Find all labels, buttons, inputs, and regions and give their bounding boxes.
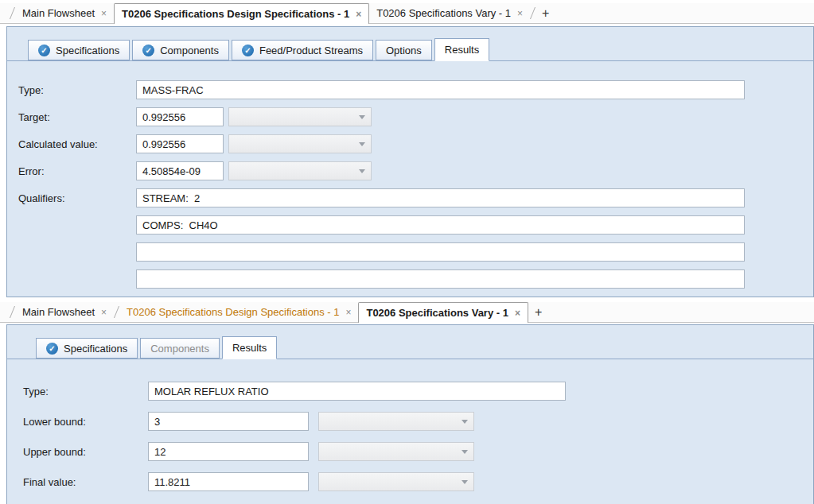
tab-label: Results — [445, 44, 479, 56]
tab-label: Components — [150, 343, 209, 355]
dropdown-arrow-icon — [462, 450, 468, 454]
dropdown-arrow-icon — [359, 115, 365, 119]
lower-bound-label: Lower bound: — [17, 416, 148, 428]
close-tab-icon[interactable]: × — [517, 9, 523, 18]
qualifiers-label: Qualifiers: — [12, 192, 136, 204]
final-value-input[interactable] — [148, 472, 309, 491]
tab-specifications[interactable]: ✓ Specifications — [28, 40, 130, 60]
tab-components[interactable]: Components — [140, 338, 220, 359]
document-tabbar-top: Main Flowsheet × T0206 Specifications De… — [0, 3, 814, 24]
type-input[interactable] — [148, 382, 566, 401]
target-input[interactable] — [136, 107, 224, 126]
target-label: Target: — [12, 111, 136, 123]
form-row: Qualifiers: — [12, 188, 813, 207]
tab-label: Components — [160, 45, 219, 56]
tab-separator — [10, 7, 15, 19]
document-tabbar-bottom: Main Flowsheet × T0206 Specifications De… — [0, 302, 814, 323]
form-row: Type: — [17, 382, 813, 401]
form-row: Final value: — [17, 472, 813, 491]
form-tabbar-top: ✓ Specifications ✓ Components ✓ Feed/Pro… — [7, 38, 813, 61]
doc-tab-vary[interactable]: T0206 Specifications Vary - 1 × — [369, 3, 530, 23]
qualifier-input-1[interactable] — [136, 188, 745, 207]
design-spec-pane: Main Flowsheet × T0206 Specifications De… — [0, 3, 814, 297]
doc-tab-label: T0206 Specifications Design Specificatio… — [127, 306, 339, 318]
dropdown-arrow-icon — [359, 169, 365, 173]
close-tab-icon[interactable]: × — [345, 308, 351, 317]
type-input[interactable] — [136, 80, 745, 99]
tab-components[interactable]: ✓ Components — [132, 40, 229, 60]
error-input[interactable] — [136, 161, 224, 180]
doc-tab-label: Main Flowsheet — [22, 306, 95, 318]
plus-icon: + — [542, 6, 549, 21]
form-row — [12, 269, 813, 289]
form-tabbar-bottom: ✓ Specifications Components Results — [7, 336, 813, 359]
form-row: Lower bound: — [17, 412, 813, 431]
new-tab-button[interactable]: + — [528, 302, 548, 322]
close-tab-icon[interactable]: × — [101, 9, 107, 18]
tab-results[interactable]: Results — [434, 38, 489, 61]
form-row — [12, 242, 813, 262]
close-tab-icon[interactable]: × — [356, 10, 361, 19]
tab-separator — [10, 306, 15, 318]
doc-tab-design-specifications[interactable]: T0206 Specifications Design Specificatio… — [119, 302, 358, 322]
calculated-value-label: Calculated value: — [12, 138, 136, 150]
doc-tab-label: T0206 Specifications Vary - 1 — [376, 7, 511, 19]
results-form-top: Type: Target: Calculated value: Error: — [7, 61, 813, 289]
plus-icon: + — [535, 305, 542, 320]
upper-bound-input[interactable] — [148, 442, 309, 461]
qualifier-input-4[interactable] — [136, 269, 745, 289]
tab-label: Options — [386, 45, 422, 56]
check-icon: ✓ — [142, 45, 154, 56]
form-row: Type: — [12, 80, 813, 99]
doc-tab-label: T0206 Specifications Vary - 1 — [366, 307, 508, 319]
form-row: Calculated value: — [12, 134, 813, 153]
target-units-dropdown — [228, 107, 372, 126]
new-tab-button[interactable]: + — [536, 3, 555, 23]
error-units-dropdown — [228, 161, 372, 180]
close-tab-icon[interactable]: × — [515, 308, 520, 318]
tab-feed-product-streams[interactable]: ✓ Feed/Product Streams — [232, 40, 373, 60]
type-label: Type: — [12, 84, 136, 96]
type-label: Type: — [17, 386, 148, 397]
tab-label: Results — [232, 342, 267, 354]
doc-tab-main-flowsheet[interactable]: Main Flowsheet × — [15, 302, 114, 322]
form-row — [12, 215, 813, 235]
tab-specifications[interactable]: ✓ Specifications — [36, 338, 138, 359]
results-form-bottom: Type: Lower bound: Upper bound: Final va… — [7, 359, 813, 491]
doc-tab-label: T0206 Specifications Design Specificatio… — [122, 8, 349, 20]
tab-separator — [530, 7, 536, 19]
lower-bound-input[interactable] — [148, 412, 309, 431]
tab-separator — [114, 306, 119, 318]
form-row: Error: — [12, 161, 813, 180]
close-tab-icon[interactable]: × — [101, 308, 107, 317]
design-spec-panel: ✓ Specifications ✓ Components ✓ Feed/Pro… — [6, 26, 814, 297]
final-value-units-dropdown — [318, 472, 474, 491]
tab-label: Feed/Product Streams — [259, 45, 363, 56]
tab-options[interactable]: Options — [376, 40, 432, 60]
vary-pane: Main Flowsheet × T0206 Specifications De… — [0, 302, 814, 504]
error-label: Error: — [12, 165, 136, 177]
calculated-value-units-dropdown — [228, 134, 372, 153]
calculated-value-input[interactable] — [136, 134, 224, 153]
final-value-label: Final value: — [17, 476, 148, 488]
doc-tab-vary[interactable]: T0206 Specifications Vary - 1 × — [358, 302, 528, 323]
form-row: Upper bound: — [17, 442, 813, 461]
qualifier-input-3[interactable] — [136, 242, 745, 262]
vary-panel: ✓ Specifications Components Results Type… — [6, 324, 814, 504]
form-row: Target: — [12, 107, 813, 126]
doc-tab-label: Main Flowsheet — [22, 7, 95, 19]
doc-tab-design-specifications[interactable]: T0206 Specifications Design Specificatio… — [114, 3, 369, 24]
lower-bound-units-dropdown — [318, 412, 474, 431]
tab-results[interactable]: Results — [222, 336, 277, 359]
check-icon: ✓ — [38, 45, 50, 56]
doc-tab-main-flowsheet[interactable]: Main Flowsheet × — [15, 3, 114, 23]
qualifier-input-2[interactable] — [136, 215, 745, 235]
upper-bound-label: Upper bound: — [17, 446, 148, 458]
dropdown-arrow-icon — [462, 480, 468, 484]
check-icon: ✓ — [242, 45, 254, 56]
dropdown-arrow-icon — [359, 142, 365, 146]
upper-bound-units-dropdown — [318, 442, 474, 461]
dropdown-arrow-icon — [462, 420, 468, 424]
tab-label: Specifications — [56, 45, 119, 56]
tab-label: Specifications — [64, 343, 127, 355]
